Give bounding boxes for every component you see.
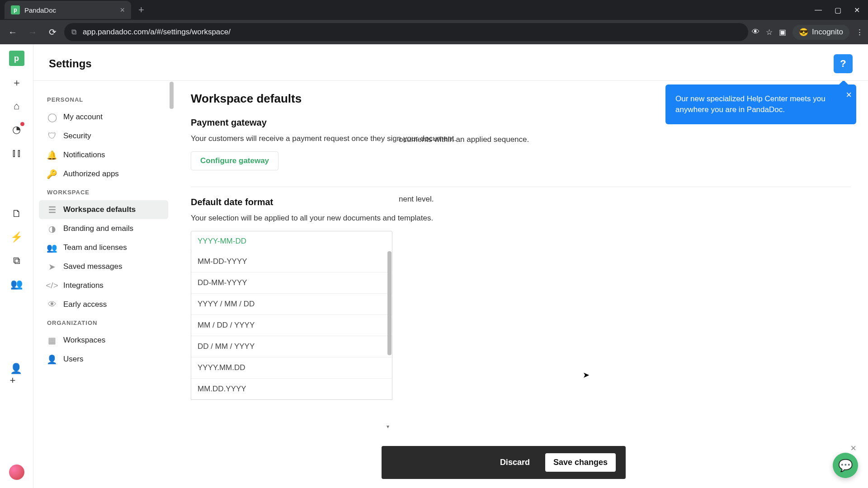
maximize-icon[interactable]: ▢ [835, 6, 841, 14]
shield-icon: 🛡 [47, 131, 57, 141]
settings-panel: Workspace defaults Payment gateway Your … [174, 80, 868, 488]
help-tooltip: Our new specialized Help Center meets yo… [665, 84, 856, 124]
dropdown-option[interactable]: YYYY / MM / DD [191, 293, 392, 314]
close-tab-icon[interactable]: × [120, 5, 125, 15]
sidebar-item-authorized-apps[interactable]: 🔑Authorized apps [39, 164, 168, 183]
date-format-dropdown[interactable]: YYYY-MM-DD MM-DD-YYYY DD-MM-YYYY YYYY / … [191, 231, 392, 252]
section-personal: PERSONAL [39, 91, 168, 108]
nav-rail: p ＋ ⌂ ◔ ⫿⫿ 🗋 ⚡ ⧉ 👥 👤+ [0, 44, 33, 488]
eye-off-icon[interactable]: 👁 [752, 28, 760, 37]
contacts-icon[interactable]: 👥 [10, 277, 24, 291]
site-settings-icon[interactable]: ⧉ [71, 28, 76, 36]
incognito-badge[interactable]: 😎 Incognito [793, 25, 849, 40]
menu-icon[interactable]: ⋮ [856, 28, 863, 37]
sidebar-item-team[interactable]: 👥Team and licenses [39, 238, 168, 257]
page-title: Settings [49, 57, 92, 70]
help-button[interactable]: ? [834, 54, 853, 73]
discard-button[interactable]: Discard [500, 458, 530, 467]
sidebar-item-my-account[interactable]: ◯My account [39, 108, 168, 127]
dropdown-selected[interactable]: YYYY-MM-DD [191, 231, 392, 251]
dropdown-option[interactable]: MM / DD / YYYY [191, 314, 392, 336]
dropdown-option[interactable]: MM.DD.YYYY [191, 378, 392, 399]
browser-chrome: p PandaDoc × + — ▢ ✕ ← → ⟳ ⧉ app.pandado… [0, 0, 868, 44]
reload-button[interactable]: ⟳ [44, 24, 61, 40]
user-avatar[interactable] [9, 465, 24, 480]
pandadoc-favicon: p [11, 5, 20, 14]
new-tab-button[interactable]: + [134, 4, 149, 16]
browser-tab[interactable]: p PandaDoc × [5, 1, 131, 19]
incognito-label: Incognito [812, 28, 843, 37]
user-outline-icon: 👤 [47, 354, 57, 364]
chevron-down-icon[interactable]: ▾ [387, 423, 389, 430]
dropdown-option[interactable]: DD / MM / YYYY [191, 336, 392, 357]
sidebar-item-branding[interactable]: ◑Branding and emails [39, 219, 168, 238]
forms-icon[interactable]: ⧉ [10, 254, 24, 267]
panel-icon[interactable]: ▣ [779, 28, 786, 37]
activity-icon[interactable]: ◔ [10, 123, 24, 136]
sidebar-item-integrations[interactable]: </>Integrations [39, 276, 168, 295]
dropdown-option[interactable]: MM-DD-YYYY [191, 251, 392, 272]
url-field[interactable]: ⧉ app.pandadoc.com/a/#/settings/workspac… [64, 23, 748, 41]
save-bar: Discard Save changes × [382, 446, 626, 479]
code-icon: </> [47, 281, 57, 291]
savebar-close-icon[interactable]: × [850, 442, 856, 454]
eye-icon: 👁 [47, 300, 57, 310]
configure-gateway-button[interactable]: Configure gateway [191, 151, 278, 170]
sliders-icon: ☰ [47, 205, 57, 215]
divider [191, 187, 851, 187]
address-bar: ← → ⟳ ⧉ app.pandadoc.com/a/#/settings/wo… [0, 20, 868, 44]
home-icon[interactable]: ⌂ [10, 99, 24, 113]
close-window-icon[interactable]: ✕ [854, 6, 860, 14]
page-header: Settings ? [33, 44, 868, 80]
send-icon: ➤ [47, 262, 57, 272]
section-organization: ORGANIZATION [39, 314, 168, 331]
app: p ＋ ⌂ ◔ ⫿⫿ 🗋 ⚡ ⧉ 👥 👤+ Settings ? PERSONA… [0, 44, 868, 488]
tab-strip: p PandaDoc × + — ▢ ✕ [0, 0, 868, 20]
dropdown-option[interactable]: DD-MM-YYYY [191, 272, 392, 293]
url-text: app.pandadoc.com/a/#/settings/workspace/ [83, 28, 231, 37]
user-icon: ◯ [47, 112, 57, 122]
incognito-icon: 😎 [799, 28, 808, 37]
bookmark-icon[interactable]: ☆ [766, 28, 773, 37]
save-changes-button[interactable]: Save changes [545, 453, 616, 472]
tab-title: PandaDoc [24, 6, 115, 14]
chat-fab[interactable]: 💬 [833, 453, 858, 478]
obscured-text-2: nent level. [399, 195, 851, 204]
main-area: Settings ? PERSONAL ◯My account 🛡Securit… [33, 44, 868, 488]
settings-sidebar: PERSONAL ◯My account 🛡Security 🔔Notifica… [33, 80, 174, 488]
window-controls: — ▢ ✕ [815, 6, 868, 14]
sidebar-item-security[interactable]: 🛡Security [39, 127, 168, 145]
sidebar-item-users[interactable]: 👤Users [39, 350, 168, 369]
team-icon: 👥 [47, 243, 57, 253]
bell-icon: 🔔 [47, 150, 57, 160]
documents-icon[interactable]: 🗋 [10, 207, 24, 221]
sidebar-scrollbar[interactable] [170, 82, 174, 109]
grid-icon: ▦ [47, 335, 57, 345]
sidebar-item-workspaces[interactable]: ▦Workspaces [39, 331, 168, 350]
reports-icon[interactable]: ⫿⫿ [10, 146, 24, 160]
back-button[interactable]: ← [5, 24, 21, 40]
pandadoc-logo[interactable]: p [9, 51, 24, 66]
tooltip-text: Our new specialized Help Center meets yo… [675, 94, 826, 114]
sidebar-item-early-access[interactable]: 👁Early access [39, 295, 168, 314]
tooltip-close-icon[interactable]: × [846, 88, 852, 102]
quickstart-icon[interactable]: ⚡ [10, 230, 24, 244]
create-icon[interactable]: ＋ [10, 76, 24, 89]
minimize-icon[interactable]: — [815, 6, 822, 14]
dropdown-list: MM-DD-YYYY DD-MM-YYYY YYYY / MM / DD MM … [191, 251, 392, 400]
section-workspace: WORKSPACE [39, 183, 168, 200]
palette-icon: ◑ [47, 224, 57, 234]
obscured-text-1: ocuments within an applied sequence. [399, 135, 851, 144]
sidebar-item-saved-messages[interactable]: ➤Saved messages [39, 257, 168, 276]
forward-button[interactable]: → [24, 24, 41, 40]
date-format-section: Default date format Your selection will … [191, 197, 851, 204]
sidebar-item-workspace-defaults[interactable]: ☰Workspace defaults [39, 200, 168, 219]
dropdown-option[interactable]: YYYY.MM.DD [191, 357, 392, 378]
dropdown-scrollbar[interactable] [387, 251, 392, 355]
key-icon: 🔑 [47, 169, 57, 179]
add-user-icon[interactable]: 👤+ [10, 368, 24, 381]
date-format-desc: Your selection will be applied to all yo… [191, 214, 851, 223]
cursor-icon: ➤ [583, 370, 590, 380]
sidebar-item-notifications[interactable]: 🔔Notifications [39, 145, 168, 164]
tooltip-arrow [839, 80, 848, 84]
